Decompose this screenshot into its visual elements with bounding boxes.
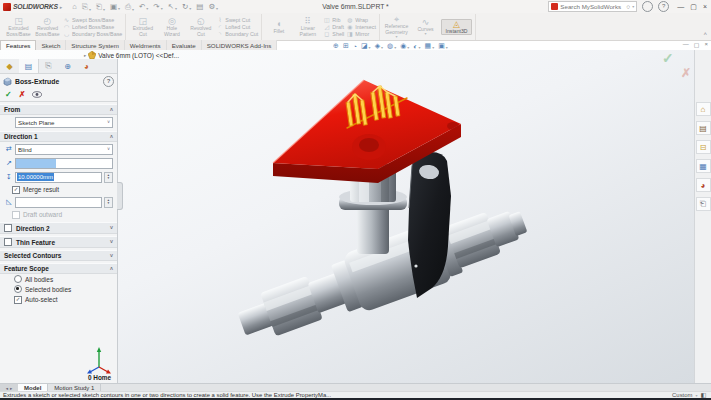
scroll-right-icon[interactable]: ▸ (10, 386, 12, 391)
doc-close-button[interactable]: × (704, 41, 708, 48)
restore-button[interactable]: ▢ (690, 3, 697, 11)
collapse-ribbon-icon[interactable]: ˄ (703, 31, 707, 37)
scroll-left-icon[interactable]: ◂ (6, 386, 8, 391)
tree-expand-icon[interactable]: ▸ (84, 53, 86, 58)
draft-spinner[interactable]: ▴ ▾ (104, 197, 113, 208)
lofted-cut-button[interactable]: ◜Lofted Cut (216, 24, 258, 30)
view-orientation-button[interactable]: ◈▾ (375, 42, 383, 50)
selected-contours-section-header[interactable]: Selected Contours ˅ (0, 250, 117, 261)
from-section-header[interactable]: From ˄ (0, 104, 117, 115)
panel-splitter-handle[interactable] (117, 182, 123, 210)
dimxpertmanager-tab[interactable]: ⊕ (58, 59, 77, 73)
ok-button[interactable]: ✓ (5, 90, 12, 99)
zoom-fit-button[interactable]: ⊕ (333, 42, 339, 50)
scope-all-bodies-radio[interactable]: All bodies (0, 274, 117, 284)
direction2-checkbox[interactable] (4, 224, 12, 232)
intersect-button[interactable]: ◉Intersect (346, 24, 376, 30)
spin-down-icon[interactable]: ▾ (108, 177, 110, 181)
print-button[interactable]: ⎙▾ (125, 2, 134, 12)
new-file-button[interactable]: ⎘▾ (82, 2, 91, 12)
hole-wizard-button[interactable]: ◎Hole Wizard (158, 17, 185, 37)
reference-geometry-button[interactable]: ⌖Reference Geometry▾ (383, 15, 410, 39)
design-library-icon[interactable]: ▤ (696, 121, 711, 135)
open-file-button[interactable]: ⎗▾ (96, 2, 105, 12)
direction1-section-header[interactable]: Direction 1 ˄ (0, 131, 117, 142)
reverse-direction-icon[interactable]: ⇄ (5, 145, 13, 153)
apply-scene-button[interactable]: ▦▾ (425, 42, 435, 50)
extruded-boss-base-button[interactable]: ◳Extruded Boss/Base (5, 17, 32, 37)
revolved-boss-base-button[interactable]: ◴Revolved Boss/Base (34, 17, 61, 37)
swept-cut-button[interactable]: ⌇Swept Cut (216, 17, 258, 23)
mirror-button[interactable]: ◨Mirror (346, 31, 376, 37)
configurationmanager-tab[interactable]: ⎘ (39, 59, 58, 73)
direction-reference-field[interactable] (15, 158, 113, 169)
spin-down-icon[interactable]: ▾ (108, 202, 110, 206)
user-account-icon[interactable] (642, 1, 653, 12)
merge-result-checkbox[interactable]: ✓ Merge result (0, 184, 117, 195)
flyout-feature-tree[interactable]: ▸ Valve 6mm (LOTO) <<Def... (84, 51, 179, 59)
from-dropdown[interactable]: Sketch Plane ˅ (15, 117, 113, 128)
rebuild-button[interactable]: ↻▾ (182, 2, 191, 11)
thin-feature-section-header[interactable]: Thin Feature ˅ (0, 236, 117, 248)
lofted-boss-base-button[interactable]: ◠Lofted Boss/Base (63, 24, 122, 30)
select-button[interactable]: ↖▾ (168, 2, 177, 11)
end-condition-dropdown[interactable]: Blind ˅ (15, 144, 113, 155)
swept-boss-base-button[interactable]: ∿Swept Boss/Base (63, 17, 122, 23)
draft-angle-field[interactable] (15, 197, 102, 208)
boundary-cut-button[interactable]: ◝Boundary Cut (216, 31, 258, 37)
view-palette-icon[interactable]: ▦ (696, 159, 711, 173)
help-icon[interactable]: ? (658, 1, 669, 12)
tab-features[interactable]: Features (0, 40, 36, 50)
solidworks-resources-icon[interactable]: ⌂ (696, 102, 711, 116)
save-button[interactable]: ▣▾ (110, 2, 120, 11)
appearances-scenes-icon[interactable]: ◕ (696, 178, 711, 192)
zoom-area-button[interactable]: ⊞ (343, 42, 349, 50)
thin-feature-checkbox[interactable] (4, 238, 12, 246)
edit-appearance-button[interactable]: ◐▾ (413, 43, 420, 50)
confirm-ok-icon[interactable]: ✓ (662, 50, 674, 66)
file-explorer-icon[interactable]: ⊟ (696, 140, 711, 154)
pm-help-icon[interactable]: ? (103, 76, 114, 87)
doc-minimize-button[interactable]: — (683, 41, 689, 48)
feature-scope-section-header[interactable]: Feature Scope ˄ (0, 263, 117, 274)
tab-evaluate[interactable]: Evaluate (167, 40, 202, 50)
section-view-button[interactable]: ◪▾ (361, 42, 371, 50)
previous-view-button[interactable]: ◔ (353, 43, 357, 50)
boundary-boss-base-button[interactable]: ◡Boundary Boss/Base (63, 31, 122, 37)
rib-button[interactable]: ◫Rib (323, 17, 344, 23)
search-box[interactable]: ○ ▾ (548, 1, 637, 12)
doc-restore-button[interactable]: ▢ (694, 41, 700, 48)
depth-spinner[interactable]: ▴ ▾ (104, 172, 113, 183)
featuremanager-tab[interactable]: ◆ (0, 59, 19, 73)
preview-eye-icon[interactable] (32, 91, 42, 98)
depth-field[interactable]: 10.00000mm (15, 172, 102, 183)
display-style-button[interactable]: ◍▾ (387, 42, 396, 50)
auto-select-checkbox[interactable]: ✓ Auto-select (0, 294, 117, 305)
revolved-cut-button[interactable]: ◵Revolved Cut (187, 17, 214, 37)
part-tree-root[interactable]: Valve 6mm (LOTO) <<Def... (98, 52, 179, 59)
linear-pattern-button[interactable]: ⠿Linear Pattern (294, 17, 321, 37)
extruded-cut-button[interactable]: ◲Extruded Cut (129, 17, 156, 37)
tab-structure-system[interactable]: Structure System (66, 40, 124, 50)
hide-show-items-button[interactable]: ◉▾ (400, 42, 409, 50)
tab-solidworks-add-ins[interactable]: SOLIDWORKS Add-Ins (202, 40, 278, 50)
draft-angle-icon[interactable]: ◺ (5, 198, 13, 206)
file-properties-button[interactable]: ▤ (196, 2, 203, 11)
solidworks-logo[interactable]: SOLIDWORKS ▸ (0, 3, 65, 11)
curves-button[interactable]: ∿Curves▾ (412, 18, 439, 36)
displaymanager-tab[interactable]: ◕ (77, 59, 96, 73)
search-caret-icon[interactable]: ▾ (632, 4, 634, 9)
view-settings-button[interactable]: ▣▾ (438, 42, 448, 50)
scope-selected-bodies-radio[interactable]: Selected bodies (0, 284, 117, 294)
redo-button[interactable]: ↷▾ (153, 2, 162, 11)
custom-properties-icon[interactable]: ⎗ (696, 197, 711, 211)
draft-button[interactable]: ◿Draft (323, 24, 344, 30)
shell-button[interactable]: ◻Shell (323, 31, 344, 37)
direction2-section-header[interactable]: Direction 2 ˅ (0, 222, 117, 234)
tab-weldments[interactable]: Weldments (125, 40, 167, 50)
search-input[interactable] (560, 3, 624, 10)
tab-sketch[interactable]: Sketch (36, 40, 66, 50)
undo-button[interactable]: ↶▾ (139, 2, 148, 11)
close-button[interactable]: × (703, 3, 707, 11)
cancel-button[interactable]: ✗ (19, 90, 26, 99)
